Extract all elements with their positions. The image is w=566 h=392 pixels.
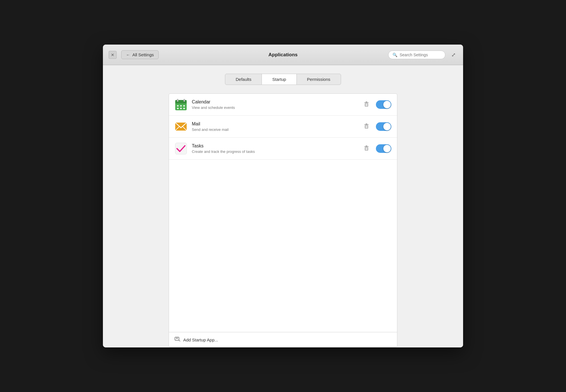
tasks-toggle[interactable] xyxy=(376,144,391,153)
mail-toggle-knob xyxy=(383,123,391,130)
tab-bar: Defaults Startup Permissions xyxy=(225,74,341,85)
app-panel: Calendar View and schedule events xyxy=(169,93,397,347)
expand-button[interactable]: ⤢ xyxy=(449,51,457,59)
search-icon: 🔍 xyxy=(392,53,397,57)
svg-rect-20 xyxy=(365,125,368,128)
titlebar: ✕ ← All Settings Applications 🔍 ⤢ xyxy=(103,45,463,65)
calendar-actions xyxy=(362,100,391,110)
tasks-toggle-knob xyxy=(383,145,391,152)
tab-startup[interactable]: Startup xyxy=(262,74,296,85)
svg-rect-8 xyxy=(177,108,179,109)
calendar-toggle-knob xyxy=(383,101,391,108)
tasks-name: Tasks xyxy=(192,143,358,149)
list-item: Tasks Create and track the progress of t… xyxy=(169,138,397,160)
main-window: ✕ ← All Settings Applications 🔍 ⤢ Defaul… xyxy=(103,45,463,347)
calendar-app-icon xyxy=(175,98,187,111)
search-input[interactable] xyxy=(400,53,441,57)
app-list: Calendar View and schedule events xyxy=(169,94,397,332)
tasks-actions xyxy=(362,144,391,154)
calendar-delete-button[interactable] xyxy=(362,100,371,110)
svg-rect-5 xyxy=(177,105,179,107)
tab-permissions[interactable]: Permissions xyxy=(297,74,341,85)
svg-rect-3 xyxy=(177,99,178,102)
add-startup-icon xyxy=(175,336,180,343)
add-startup-label: Add Startup App... xyxy=(183,337,218,342)
svg-rect-7 xyxy=(183,105,185,107)
svg-rect-13 xyxy=(366,102,367,103)
close-button[interactable]: ✕ xyxy=(109,51,117,59)
window-title: Applications xyxy=(268,52,298,58)
calendar-name: Calendar xyxy=(192,99,358,105)
svg-rect-28 xyxy=(366,146,367,147)
search-box[interactable]: 🔍 xyxy=(388,51,445,59)
add-app-footer[interactable]: Add Startup App... xyxy=(169,332,397,347)
list-item: Mail Send and receive mail xyxy=(169,116,397,138)
tasks-app-icon xyxy=(175,142,187,155)
svg-rect-22 xyxy=(366,124,367,125)
svg-rect-11 xyxy=(365,103,368,106)
back-label: All Settings xyxy=(132,52,154,57)
mail-name: Mail xyxy=(192,121,358,127)
calendar-toggle[interactable] xyxy=(376,100,391,109)
back-arrow-icon: ← xyxy=(126,53,130,57)
mail-info: Mail Send and receive mail xyxy=(192,121,358,132)
mail-delete-button[interactable] xyxy=(362,122,371,132)
list-item: Calendar View and schedule events xyxy=(169,94,397,116)
svg-rect-10 xyxy=(183,108,185,109)
mail-app-icon xyxy=(175,120,187,133)
mail-toggle[interactable] xyxy=(376,122,391,131)
tasks-desc: Create and track the progress of tasks xyxy=(192,149,358,154)
tasks-info: Tasks Create and track the progress of t… xyxy=(192,143,358,154)
back-button[interactable]: ← All Settings xyxy=(121,50,159,59)
svg-rect-6 xyxy=(180,105,182,107)
tab-defaults[interactable]: Defaults xyxy=(225,74,262,85)
tasks-delete-button[interactable] xyxy=(362,144,371,154)
content-area: Defaults Startup Permissions xyxy=(103,65,463,347)
svg-rect-26 xyxy=(365,147,368,150)
calendar-desc: View and schedule events xyxy=(192,105,358,110)
svg-rect-4 xyxy=(184,99,185,102)
mail-actions xyxy=(362,122,391,132)
svg-rect-2 xyxy=(175,102,187,103)
mail-desc: Send and receive mail xyxy=(192,127,358,132)
calendar-info: Calendar View and schedule events xyxy=(192,99,358,110)
svg-line-32 xyxy=(179,340,180,341)
svg-rect-9 xyxy=(180,108,182,109)
